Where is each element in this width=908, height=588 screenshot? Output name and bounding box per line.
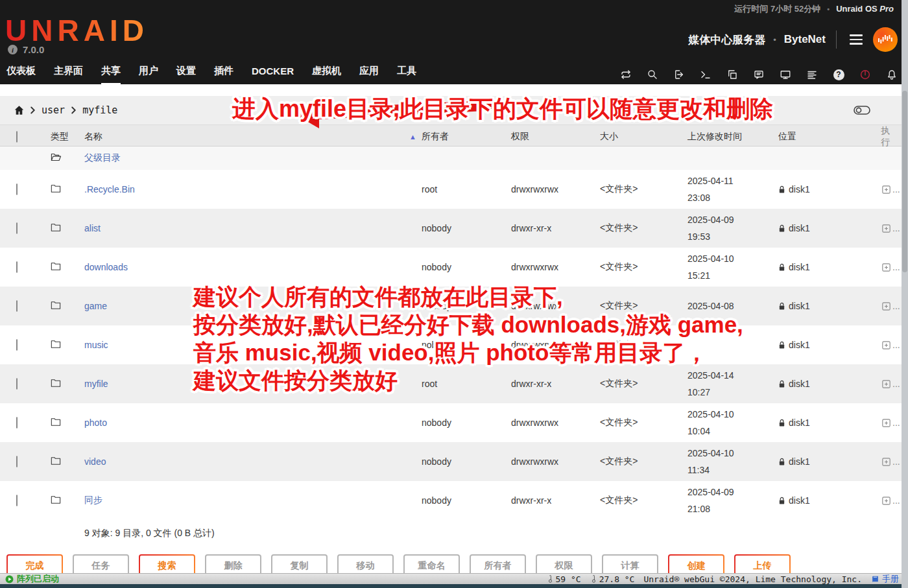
array-status: 阵列已启动 (5, 573, 59, 585)
col-mtime[interactable]: 上次修改时间 (687, 131, 778, 143)
folder-link[interactable]: game (84, 301, 422, 311)
scrollbar[interactable] (902, 0, 908, 588)
select-all-checkbox-area (16, 132, 51, 142)
thermometer-icon (590, 574, 597, 583)
select-all-checkbox[interactable] (16, 131, 18, 143)
unraid-shares-file-manager: 运行时间 7小时 52分钟•Unraid OS Pro UNRAID i 7.0… (0, 0, 908, 588)
open-folder-icon (51, 152, 84, 164)
col-owner[interactable]: 所有者 (422, 131, 511, 143)
array-started-icon (5, 575, 14, 583)
bell-icon[interactable] (886, 69, 898, 80)
logout-icon[interactable] (673, 69, 685, 80)
sync-icon[interactable] (620, 69, 632, 80)
perms-cell: drwxrwxrwx (511, 301, 600, 311)
manual-link[interactable]: 手册 (871, 573, 899, 585)
location-cell: disk1 (778, 262, 881, 272)
row-checkbox[interactable] (16, 339, 18, 351)
mtime-cell: 2025-04-0921:08 (687, 484, 778, 517)
folder-link[interactable]: 同步 (84, 495, 422, 506)
uptime-text: 运行时间 7小时 52分钟 (734, 4, 820, 14)
perms-cell: drwxrwxrwx (511, 456, 600, 467)
breadcrumb-myfile[interactable]: myfile (82, 104, 117, 116)
os-name: Unraid OS (836, 4, 878, 14)
folder-link[interactable]: .Recycle.Bin (84, 184, 422, 194)
scrollbar-thumb[interactable] (902, 91, 907, 272)
col-perms[interactable]: 权限 (511, 131, 600, 143)
row-checkbox[interactable] (16, 495, 18, 506)
expand-plus-icon (881, 456, 892, 467)
table-row: music nobody drwxrwxrwx <文件夹> disk1 ... (0, 325, 902, 364)
owner-cell: root (422, 379, 511, 389)
server-name: ByteNet (784, 33, 826, 46)
size-cell: <文件夹> (600, 456, 687, 467)
nav-plugins[interactable]: 插件 (214, 61, 233, 85)
nav-docker[interactable]: DOCKER (252, 62, 294, 84)
parent-dir-link[interactable]: 父级目录 (84, 152, 422, 164)
folder-link[interactable]: myfile (84, 379, 422, 389)
version-number: 7.0.0 (23, 44, 44, 55)
avatar[interactable] (873, 27, 898, 52)
nav-shares[interactable]: 共享 (101, 61, 121, 85)
owner-cell: nobody (422, 223, 511, 233)
lock-icon (778, 419, 785, 427)
folder-icon (51, 262, 84, 273)
copy-icon[interactable] (726, 69, 738, 80)
row-checkbox[interactable] (16, 417, 18, 429)
info-icon[interactable]: i (8, 45, 18, 54)
nav-users[interactable]: 用户 (139, 61, 158, 85)
folder-link[interactable]: photo (84, 417, 422, 428)
expand-plus-icon (881, 223, 892, 234)
expand-plus-icon (881, 379, 892, 390)
col-size[interactable]: 大小 (600, 131, 687, 143)
folder-link[interactable]: video (84, 456, 422, 467)
chevron-right-icon (30, 106, 36, 114)
unraid-logo: UNRAID (5, 13, 149, 48)
nav-vms[interactable]: 虚拟机 (312, 61, 341, 85)
col-location[interactable]: 位置 (778, 131, 881, 143)
terminal-icon[interactable] (700, 69, 711, 80)
folder-link[interactable]: music (84, 340, 422, 350)
main-nav: 仪表板 主界面 共享 用户 设置 插件 DOCKER 虚拟机 应用 工具 (6, 61, 416, 84)
row-checkbox[interactable] (16, 378, 18, 390)
power-icon[interactable] (859, 69, 871, 80)
view-toggle-icon[interactable] (854, 105, 870, 115)
nav-apps[interactable]: 应用 (359, 61, 379, 85)
nav-main[interactable]: 主界面 (54, 61, 83, 85)
table-row: 同步 nobody drwxr-xr-x <文件夹> 2025-04-0921:… (0, 481, 902, 520)
breadcrumb-user[interactable]: user (42, 104, 65, 116)
help-icon[interactable]: ? (833, 69, 844, 80)
folder-link[interactable]: alist (84, 223, 422, 233)
table-row: photo nobody drwxrwxrwx <文件夹> 2025-04-10… (0, 403, 902, 442)
lock-icon (778, 224, 785, 233)
search-icon[interactable] (647, 69, 658, 80)
status-right: 59 °C 27.8 °C Unraid® webGui ©2024, Lime… (547, 573, 899, 585)
folder-icon (51, 340, 84, 351)
version-line: i 7.0.0 (8, 44, 44, 55)
nav-tools[interactable]: 工具 (397, 61, 416, 85)
size-cell: <文件夹> (600, 339, 687, 351)
sort-asc-icon[interactable]: ▲ (409, 133, 416, 141)
lock-icon (778, 497, 785, 505)
nav-dashboard[interactable]: 仪表板 (6, 61, 36, 85)
folder-link[interactable]: downloads (84, 262, 422, 272)
row-checkbox[interactable] (16, 300, 18, 312)
log-icon[interactable] (806, 69, 818, 80)
row-checkbox[interactable] (16, 183, 18, 195)
hamburger-menu-icon[interactable] (847, 32, 865, 47)
monitor-icon[interactable] (780, 69, 791, 80)
perms-cell: drwxrwxrwx (511, 417, 600, 428)
row-checkbox[interactable] (16, 456, 18, 467)
row-checkbox[interactable] (16, 261, 18, 273)
unraid-mark-icon (878, 34, 892, 45)
mtime-cell: 2025-04-1011:34 (687, 445, 778, 478)
server-description: 媒体中心服务器 (688, 32, 765, 47)
home-icon[interactable] (13, 104, 25, 116)
col-name[interactable]: 名称▲ (84, 131, 422, 143)
nav-settings[interactable]: 设置 (176, 61, 196, 85)
folder-icon (51, 495, 84, 506)
feedback-icon[interactable] (753, 69, 765, 80)
size-cell: <文件夹> (600, 261, 687, 273)
col-type[interactable]: 类型 (51, 131, 84, 143)
row-checkbox[interactable] (16, 222, 18, 234)
lock-icon (778, 263, 785, 272)
